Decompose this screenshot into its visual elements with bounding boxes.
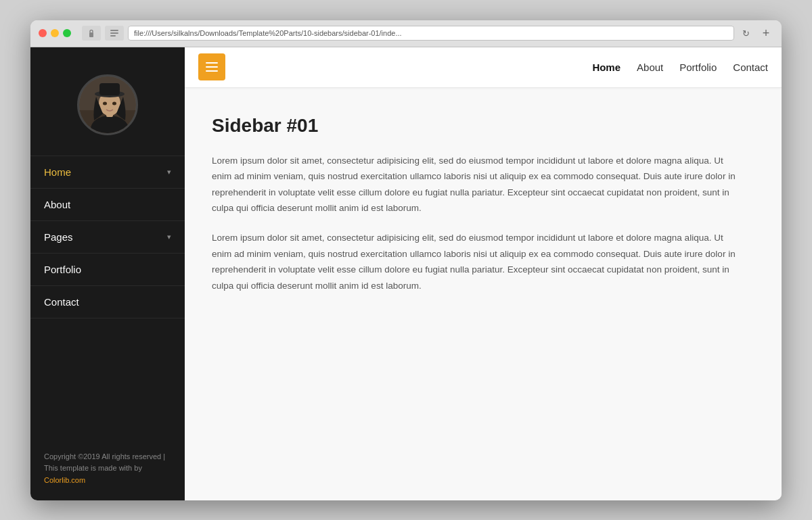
reader-icon[interactable] (105, 26, 124, 41)
page-title: Sidebar #01 (212, 115, 754, 137)
lock-icon[interactable] (82, 26, 101, 41)
sidebar-item-home[interactable]: Home ▾ (30, 156, 185, 189)
browser-titlebar: file:///Users/silkalns/Downloads/Templat… (30, 20, 782, 47)
browser-toolbar: file:///Users/silkalns/Downloads/Templat… (82, 26, 753, 41)
sidebar-item-home-label: Home (44, 166, 71, 178)
chevron-down-icon-pages: ▾ (167, 233, 171, 241)
svg-point-11 (103, 101, 107, 105)
page-layout: Home ▾ About Pages ▾ Portfolio Contact (30, 47, 782, 500)
top-nav: Home About Portfolio Contact (185, 47, 782, 88)
paragraph-1: Lorem ipsum dolor sit amet, consectetur … (212, 153, 740, 217)
sidebar-item-contact-label: Contact (44, 296, 79, 308)
svg-rect-0 (89, 32, 93, 37)
colorlib-link[interactable]: Colorlib.com (44, 476, 85, 484)
copyright-text: Copyright ©2019 All rights reserved | Th… (44, 452, 165, 473)
reload-button[interactable]: ↻ (738, 26, 753, 41)
browser-window: file:///Users/silkalns/Downloads/Templat… (30, 20, 782, 500)
close-button[interactable] (39, 29, 47, 37)
menu-line-3 (206, 70, 218, 72)
sidebar-item-portfolio[interactable]: Portfolio (30, 254, 185, 286)
topnav-link-home[interactable]: Home (592, 62, 621, 73)
sidebar-item-about-label: About (44, 199, 70, 210)
sidebar-nav: Home ▾ About Pages ▾ Portfolio Contact (30, 156, 185, 438)
maximize-button[interactable] (63, 29, 71, 37)
svg-rect-2 (110, 32, 118, 34)
new-tab-button[interactable]: + (759, 26, 773, 41)
avatar-area (30, 47, 185, 156)
menu-icon (206, 62, 218, 72)
topnav-link-about[interactable]: About (637, 62, 663, 73)
minimize-button[interactable] (51, 29, 59, 37)
sidebar-item-pages[interactable]: Pages ▾ (30, 221, 185, 254)
hamburger-button[interactable] (198, 53, 225, 80)
svg-rect-1 (110, 30, 118, 31)
svg-rect-3 (110, 35, 116, 37)
sidebar: Home ▾ About Pages ▾ Portfolio Contact (30, 47, 185, 500)
content-area: Sidebar #01 Lorem ipsum dolor sit amet, … (185, 88, 782, 500)
svg-point-12 (112, 101, 116, 105)
address-bar[interactable]: file:///Users/silkalns/Downloads/Templat… (128, 26, 734, 41)
sidebar-item-contact[interactable]: Contact (30, 286, 185, 318)
paragraph-2: Lorem ipsum dolor sit amet, consectetur … (212, 230, 740, 294)
traffic-lights (39, 29, 71, 37)
menu-line-2 (206, 66, 218, 68)
chevron-down-icon: ▾ (167, 168, 171, 176)
avatar (77, 74, 138, 135)
menu-line-1 (206, 62, 218, 64)
main-content: Home About Portfolio Contact Sidebar #01… (185, 47, 782, 500)
topnav-link-portfolio[interactable]: Portfolio (679, 62, 717, 73)
sidebar-footer: Copyright ©2019 All rights reserved | Th… (30, 438, 185, 500)
sidebar-item-about[interactable]: About (30, 189, 185, 221)
top-nav-links: Home About Portfolio Contact (592, 62, 768, 73)
address-text: file:///Users/silkalns/Downloads/Templat… (134, 29, 402, 37)
topnav-link-contact[interactable]: Contact (733, 62, 768, 73)
svg-rect-10 (99, 83, 120, 95)
sidebar-item-pages-label: Pages (44, 231, 73, 243)
sidebar-item-portfolio-label: Portfolio (44, 264, 81, 275)
